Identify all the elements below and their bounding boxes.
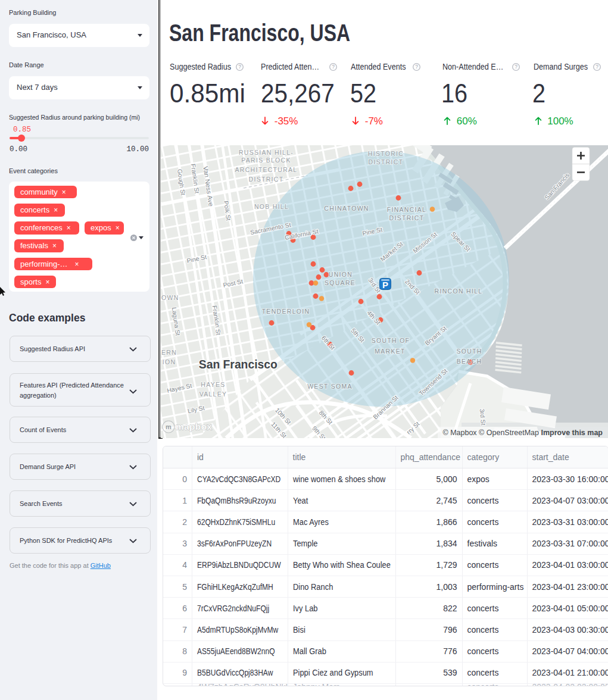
svg-text:HAYES: HAYES <box>201 381 225 388</box>
svg-text:?: ? <box>415 64 418 70</box>
svg-text:BEACH: BEACH <box>457 358 482 365</box>
svg-text:SOUTH OF: SOUTH OF <box>372 337 410 344</box>
svg-text:?: ? <box>595 64 598 70</box>
svg-text:CHINATOWN: CHINATOWN <box>324 205 369 212</box>
svg-text:UNION: UNION <box>329 271 353 278</box>
svg-text:TOWN: TOWN <box>161 293 179 301</box>
svg-text:NOB HILL: NOB HILL <box>254 203 289 210</box>
svg-text:HISTORIC: HISTORIC <box>368 150 404 157</box>
svg-text:?: ? <box>238 64 241 70</box>
svg-text:ERN: ERN <box>161 349 177 356</box>
svg-text:mapbox: mapbox <box>176 421 212 432</box>
svg-text:RUSSIAN HILL-: RUSSIAN HILL- <box>239 149 294 156</box>
svg-text:?: ? <box>515 64 517 70</box>
svg-text:m: m <box>166 423 172 430</box>
svg-text:WEST SOMA: WEST SOMA <box>307 383 353 390</box>
svg-text:MARKET: MARKET <box>375 348 406 355</box>
svg-text:ION: ION <box>163 358 176 365</box>
svg-text:?: ? <box>332 64 335 70</box>
svg-text:DISTRICT: DISTRICT <box>369 158 404 165</box>
svg-text:DISTRICT: DISTRICT <box>389 214 425 221</box>
svg-text:RINCON HILL: RINCON HILL <box>435 288 483 295</box>
svg-text:SQUARE: SQUARE <box>325 279 356 286</box>
svg-text:VALLEY: VALLEY <box>199 390 227 398</box>
svg-text:San Francisco: San Francisco <box>199 357 278 370</box>
svg-text:DISTRICT: DISTRICT <box>249 176 284 183</box>
svg-text:TENDERLOIN: TENDERLOIN <box>262 308 310 315</box>
svg-text:FINANCIAL: FINANCIAL <box>387 206 427 213</box>
svg-text:© Mapbox © OpenStreetMap Impro: © Mapbox © OpenStreetMap Improve this ma… <box>442 428 603 436</box>
svg-text:P: P <box>382 279 388 289</box>
svg-text:PARIS BLOCK: PARIS BLOCK <box>241 157 291 164</box>
svg-text:3rd St: 3rd St <box>479 408 487 426</box>
svg-text:SOUTH: SOUTH <box>456 348 482 355</box>
svg-text:ARCHITECTURAL: ARCHITECTURAL <box>235 166 298 173</box>
